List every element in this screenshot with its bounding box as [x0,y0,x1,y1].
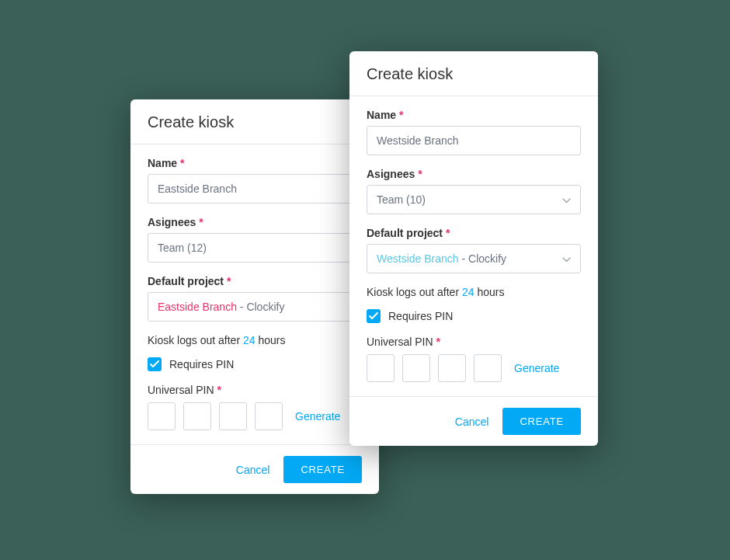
name-input-value: Westside Branch [377,134,459,147]
dialog-header: Create kiosk [349,51,598,96]
name-label-text: Name [148,157,177,169]
dialog-body: Name * Eastside Branch Asignees * Team (… [130,144,379,444]
pin-digit-4[interactable] [474,354,502,382]
requires-pin-label: Requires PIN [169,358,234,370]
assignees-field-group: Asignees * Team (12) [148,216,362,263]
assignees-select[interactable]: Team (12) [148,233,362,263]
project-select[interactable]: Eastside Branch - Clockify [148,292,362,322]
assignees-label: Asignees * [367,168,581,180]
dialog-footer: Cancel CREATE [349,396,598,446]
create-kiosk-dialog-back: Create kiosk Name * Eastside Branch Asig… [130,99,379,494]
cancel-button[interactable]: Cancel [455,416,489,428]
assignees-value: Team (12) [158,242,207,254]
logout-row: Kiosk logs out after 24 hours [148,334,362,346]
requires-pin-row: Requires PIN [367,309,581,323]
required-mark: * [217,384,221,396]
pin-digit-2[interactable] [183,402,211,430]
name-input-value: Eastside Branch [158,183,237,195]
required-mark: * [399,109,403,121]
project-name: Westside Branch [377,252,459,265]
dialog-footer: Cancel CREATE [130,444,379,494]
logout-hours-link[interactable]: 24 [243,334,255,346]
logout-suffix: hours [255,334,286,346]
dialog-title: Create kiosk [367,65,581,83]
check-icon [150,360,159,368]
universal-pin-label: Universal PIN * [367,336,581,348]
assignees-label-text: Asignees [367,168,415,180]
requires-pin-checkbox[interactable] [367,309,381,323]
assignees-label-text: Asignees [148,216,196,228]
pin-digit-3[interactable] [219,402,247,430]
pin-digit-4[interactable] [255,402,283,430]
create-kiosk-dialog-front: Create kiosk Name * Westside Branch Asig… [349,51,598,446]
universal-pin-label-text: Universal PIN [367,336,433,348]
pin-row: Generate [367,354,581,382]
pin-digit-3[interactable] [438,354,466,382]
requires-pin-label: Requires PIN [388,310,453,322]
required-mark: * [180,157,184,169]
pin-digit-1[interactable] [367,354,395,382]
required-mark: * [199,216,203,228]
name-field-group: Name * Westside Branch [367,109,581,155]
project-select-value: Westside Branch - Clockify [377,252,506,265]
project-label-text: Default project [148,275,224,287]
pin-digit-1[interactable] [148,402,176,430]
logout-row: Kiosk logs out after 24 hours [367,286,581,298]
universal-pin-label-text: Universal PIN [148,384,214,396]
assignees-value: Team (10) [377,193,426,206]
project-name: Eastside Branch [158,301,237,313]
logout-suffix: hours [474,286,505,298]
required-mark: * [436,336,440,348]
project-field-group: Default project * Eastside Branch - Cloc… [148,275,362,322]
generate-link[interactable]: Generate [295,410,340,423]
logout-prefix: Kiosk logs out after [148,334,243,346]
project-select[interactable]: Westside Branch - Clockify [367,244,581,273]
required-mark: * [418,168,422,180]
dialog-header: Create kiosk [130,99,379,144]
create-button[interactable]: CREATE [283,456,362,483]
pin-digit-2[interactable] [402,354,430,382]
name-field-group: Name * Eastside Branch [148,157,362,203]
logout-hours-link[interactable]: 24 [462,286,474,298]
project-select-value: Eastside Branch - Clockify [158,301,284,313]
name-label: Name * [367,109,581,121]
dialog-body: Name * Westside Branch Asignees * Team (… [349,96,598,396]
name-input[interactable]: Westside Branch [367,126,581,155]
generate-link[interactable]: Generate [514,362,559,374]
chevron-down-icon [562,252,571,265]
project-client: - Clockify [237,301,284,313]
chevron-down-icon [562,193,571,206]
required-mark: * [446,227,450,239]
project-field-group: Default project * Westside Branch - Cloc… [367,227,581,273]
required-mark: * [227,275,231,287]
check-icon [369,312,378,320]
requires-pin-row: Requires PIN [148,357,362,371]
assignees-select[interactable]: Team (10) [367,185,581,214]
name-input[interactable]: Eastside Branch [148,174,362,203]
project-label: Default project * [367,227,581,239]
project-label-text: Default project [367,227,443,239]
name-label: Name * [148,157,362,169]
cancel-button[interactable]: Cancel [236,464,270,476]
assignees-label: Asignees * [148,216,362,228]
universal-pin-label: Universal PIN * [148,384,362,396]
name-label-text: Name [367,109,396,121]
dialog-title: Create kiosk [148,113,362,131]
requires-pin-checkbox[interactable] [148,357,162,371]
project-label: Default project * [148,275,362,287]
project-client: - Clockify [459,252,506,265]
pin-row: Generate [148,402,362,430]
logout-prefix: Kiosk logs out after [367,286,462,298]
create-button[interactable]: CREATE [502,408,581,435]
assignees-field-group: Asignees * Team (10) [367,168,581,214]
